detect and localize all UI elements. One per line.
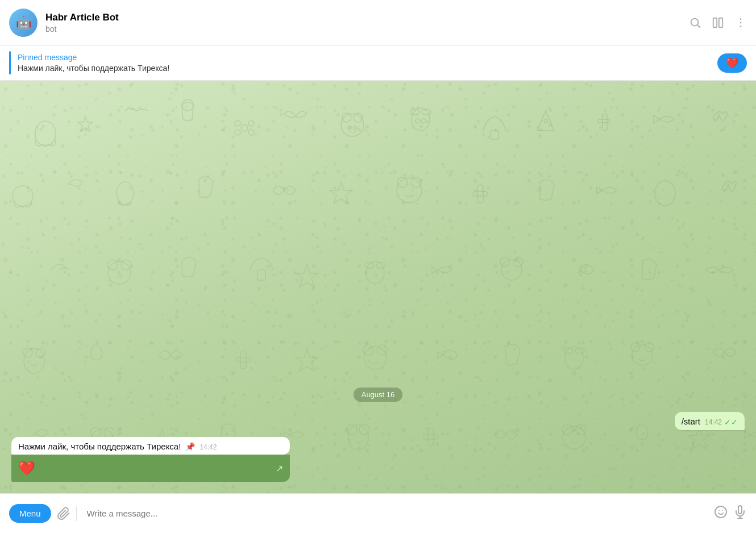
mic-icon[interactable] xyxy=(733,505,747,522)
input-divider xyxy=(76,506,77,521)
message-action-button[interactable]: ❤️ ↗ xyxy=(11,455,290,482)
svg-point-74 xyxy=(715,506,726,518)
pinned-text: Нажми лайк, чтобы поддержать Тирекса! xyxy=(18,64,717,73)
svg-point-0 xyxy=(691,18,699,26)
outgoing-text: /start xyxy=(682,417,700,426)
avatar: 🤖 xyxy=(9,9,38,37)
outgoing-time: 14:42 xyxy=(705,418,722,426)
pinned-heart-button[interactable]: ❤️ xyxy=(717,53,747,73)
messages-container: August 16 /start 14:42 ✓✓ Нажми лайк, чт… xyxy=(0,81,756,493)
incoming-bubble: Нажми лайк, чтобы поддержать Тирекса! 📌 … xyxy=(11,437,290,455)
pinned-message-bar[interactable]: Pinned message Нажми лайк, чтобы поддерж… xyxy=(0,45,756,81)
incoming-text: Нажми лайк, чтобы поддержать Тирекса! xyxy=(18,442,181,451)
check-icon: ✓✓ xyxy=(724,418,738,427)
incoming-message: Нажми лайк, чтобы поддержать Тирекса! 📌 … xyxy=(11,437,290,482)
pinned-content: Pinned message Нажми лайк, чтобы поддерж… xyxy=(18,53,717,73)
svg-point-5 xyxy=(740,22,742,23)
outgoing-meta: 14:42 ✓✓ xyxy=(705,418,738,427)
chat-area: August 16 /start 14:42 ✓✓ Нажми лайк, чт… xyxy=(0,81,756,493)
outgoing-bubble: /start 14:42 ✓✓ xyxy=(675,412,745,430)
chat-title: Habr Article Bot xyxy=(45,12,689,23)
outgoing-message: /start 14:42 ✓✓ xyxy=(11,412,745,430)
message-input[interactable] xyxy=(82,509,708,518)
search-icon[interactable] xyxy=(689,16,701,29)
svg-rect-2 xyxy=(713,18,717,27)
pinned-accent xyxy=(9,51,11,74)
header-actions xyxy=(689,16,747,29)
date-separator: August 16 xyxy=(11,388,745,402)
svg-point-6 xyxy=(740,26,742,27)
columns-icon[interactable] xyxy=(712,16,724,29)
svg-line-1 xyxy=(697,25,700,27)
chat-subtitle: bot xyxy=(45,24,689,34)
incoming-time: 14:42 xyxy=(200,443,217,451)
chat-header: 🤖 Habr Article Bot bot xyxy=(0,0,756,45)
input-bar: Menu xyxy=(0,493,756,533)
svg-rect-3 xyxy=(719,18,722,27)
svg-point-4 xyxy=(740,18,742,20)
more-icon[interactable] xyxy=(734,16,747,29)
incoming-text-row: Нажми лайк, чтобы поддержать Тирекса! 📌 … xyxy=(18,442,283,451)
emoji-icon[interactable] xyxy=(714,505,728,522)
header-info: Habr Article Bot bot xyxy=(45,12,689,34)
heart-emoji: ❤️ xyxy=(18,460,35,476)
attach-icon[interactable] xyxy=(57,507,70,520)
menu-button[interactable]: Menu xyxy=(9,504,51,523)
pinned-label: Pinned message xyxy=(18,53,717,62)
action-arrow-icon: ↗ xyxy=(276,463,283,474)
date-pill: August 16 xyxy=(354,388,403,402)
pin-icon: 📌 xyxy=(185,442,195,451)
pinned-heart-icon: ❤️ xyxy=(726,57,738,69)
